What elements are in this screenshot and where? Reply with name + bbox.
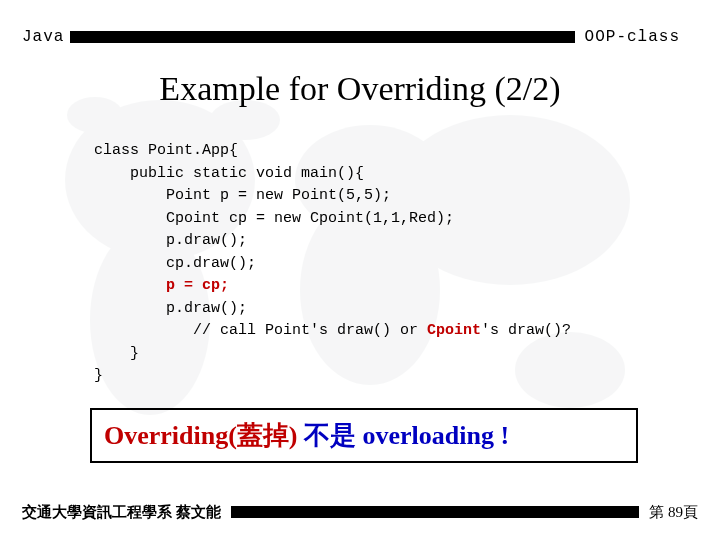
code-line: public static void main(){: [94, 165, 364, 182]
slide-title: Example for Overriding (2/2): [0, 70, 720, 108]
code-comment-red: Cpoint: [427, 322, 481, 339]
code-line: }: [94, 367, 103, 384]
code-comment-a: // call Point's draw() or: [94, 322, 427, 339]
callout-box: Overriding(蓋掉) 不是 overloading !: [90, 408, 638, 463]
code-comment-c: 's draw()?: [481, 322, 571, 339]
callout-blue-text: 不是 overloading !: [304, 421, 509, 450]
header-bar: [70, 31, 574, 43]
code-line: Point p = new Point(5,5);: [94, 187, 391, 204]
header-strip: Java OOP-class: [0, 28, 720, 46]
header-left-label: Java: [0, 28, 70, 46]
code-block: class Point.App{ public static void main…: [94, 140, 690, 388]
header-right-label: OOP-class: [575, 28, 720, 46]
code-line: p.draw();: [94, 232, 247, 249]
footer-left-label: 交通大學資訊工程學系 蔡文能: [0, 503, 231, 522]
code-line: class Point.App{: [94, 142, 238, 159]
callout-red-text: Overriding(蓋掉): [104, 421, 304, 450]
footer-page-number: 第 89頁: [639, 503, 720, 522]
code-line-highlight: p = cp;: [94, 277, 229, 294]
slide-page: Java OOP-class Example for Overriding (2…: [0, 0, 720, 540]
code-line: Cpoint cp = new Cpoint(1,1,Red);: [94, 210, 454, 227]
code-line: }: [94, 345, 139, 362]
code-line: cp.draw();: [94, 255, 256, 272]
footer-strip: 交通大學資訊工程學系 蔡文能 第 89頁: [0, 502, 720, 522]
code-line: p.draw();: [94, 300, 247, 317]
footer-bar: [231, 506, 640, 518]
